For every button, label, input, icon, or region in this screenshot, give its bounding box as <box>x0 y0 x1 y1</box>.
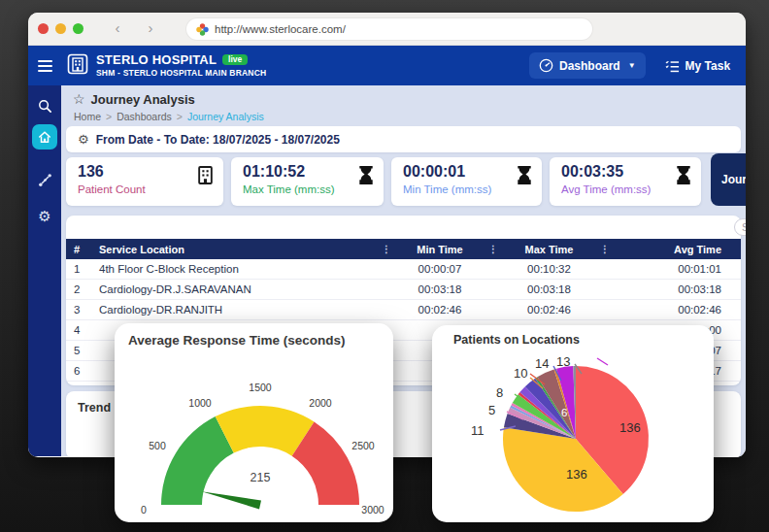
cell-avg: 00:01:01 <box>615 263 731 275</box>
stat-label: Min Time (mm:ss) <box>403 183 530 195</box>
gauge-tick: 500 <box>149 440 166 451</box>
app-header: STERLO HOSPITAL live SHM - STERLO HOSPIT… <box>28 46 746 85</box>
favicon-sterlocare-icon <box>196 23 209 36</box>
dashboard-gauge-icon <box>539 58 553 73</box>
sidebar-settings-gear-icon[interactable]: ⚙ <box>28 208 61 225</box>
cell-location: Cardiology-DR.J.SARAVANAN <box>99 283 377 295</box>
column-menu-icon[interactable]: ⋮ <box>595 244 615 254</box>
gauge-tick: 1000 <box>188 397 212 409</box>
sidebar: ⚙ <box>28 85 61 456</box>
stat-card-avg-time: 00:03:35 Avg Time (mm:ss) <box>550 157 701 206</box>
column-menu-icon[interactable]: ⋮ <box>377 244 396 254</box>
stat-label: Max Time (mm:ss) <box>243 183 372 195</box>
stat-card-min-time: 00:00:01 Min Time (mm:ss) <box>391 157 542 206</box>
sidebar-journey-flow-icon[interactable] <box>28 173 61 187</box>
pie-leader-line <box>597 358 608 365</box>
date-range-text: From Date - To Date: 18/07/2025 - 18/07/… <box>96 133 340 147</box>
nav-dashboard-label: Dashboard <box>559 59 620 73</box>
pie-slice-label: 136 <box>566 467 587 482</box>
minimize-window-icon[interactable] <box>55 23 66 34</box>
cell-avg: 00:03:18 <box>615 283 731 295</box>
col-min-time: Min Time <box>396 244 484 255</box>
gauge-tick: 2500 <box>351 440 375 451</box>
gauge-chart-card: Average Response Time (seconds) 0 500 10… <box>115 323 393 522</box>
cell-min: 00:03:18 <box>396 283 484 295</box>
cell-max: 00:02:46 <box>503 304 595 316</box>
cell-index: 6 <box>66 365 99 377</box>
col-max-time: Max Time <box>503 244 595 255</box>
gauge-value: 215 <box>251 471 271 484</box>
stat-card-patient-count: 136 Patient Count <box>66 157 223 206</box>
pie-chart-card: Patients on Locations 11 5 8 10 14 13 6 … <box>432 325 714 522</box>
table-row[interactable]: 2 Cardiology-DR.J.SARAVANAN 00:03:18 00:… <box>66 280 741 300</box>
date-filter-bar[interactable]: ⚙ From Date - To Date: 18/07/2025 - 18/0… <box>66 126 741 152</box>
hourglass-icon <box>358 166 374 188</box>
pie-callout-label: 10 <box>514 366 527 381</box>
traffic-lights <box>38 23 84 34</box>
cell-index: 5 <box>66 345 99 356</box>
table-header-row: # Service Location ⋮ Min Time ⋮ Max Time… <box>66 239 741 259</box>
hospital-building-icon <box>197 166 214 188</box>
stat-label: Avg Time (mm:ss) <box>561 183 689 195</box>
page-title-row: ☆ Journey Analysis <box>73 91 195 107</box>
hourglass-icon <box>517 166 532 188</box>
gauge-tick: 1500 <box>249 382 272 393</box>
pie-slice-label: 136 <box>619 420 641 435</box>
cell-index: 3 <box>66 304 99 316</box>
live-badge: live <box>222 54 248 65</box>
col-avg-time: Avg Time <box>615 244 731 255</box>
gauge-tick: 0 <box>141 504 147 515</box>
sidebar-search-icon[interactable] <box>28 99 61 114</box>
gauge-tick: 2000 <box>309 397 332 409</box>
pie-callout-label: 14 <box>535 356 549 371</box>
nav-my-task-label: My Task <box>685 59 730 73</box>
address-bar[interactable]: http://www.sterlocare.com/ <box>186 18 592 40</box>
chevron-down-icon: ▼ <box>628 61 636 70</box>
pie-callout-label: 13 <box>556 354 570 369</box>
column-menu-icon[interactable]: ⋮ <box>484 244 503 254</box>
filter-gear-icon: ⚙ <box>78 132 89 147</box>
col-index: # <box>66 244 99 255</box>
maximize-window-icon[interactable] <box>73 23 84 34</box>
table-search-input[interactable] <box>734 218 746 236</box>
close-window-icon[interactable] <box>38 23 49 34</box>
col-service-location: Service Location <box>99 244 377 255</box>
sidebar-home-icon[interactable] <box>32 124 57 150</box>
nav-dashboard[interactable]: Dashboard ▼ <box>529 52 646 79</box>
pie-callout-label: 8 <box>496 385 503 400</box>
favorite-star-icon[interactable]: ☆ <box>73 91 85 107</box>
breadcrumb-dashboards[interactable]: Dashboards <box>117 111 172 122</box>
hospital-logo-icon <box>67 53 88 79</box>
page-title: Journey Analysis <box>91 92 195 107</box>
breadcrumb-current: Journey Analysis <box>187 111 264 122</box>
cell-avg: 00:02:46 <box>615 304 731 316</box>
gauge-tick: 3000 <box>361 504 384 515</box>
cell-max: 00:10:32 <box>503 263 595 275</box>
cell-min: 00:02:46 <box>396 304 484 316</box>
menu-hamburger-icon[interactable] <box>28 60 61 72</box>
stat-value: 00:00:01 <box>403 163 530 181</box>
gauge-svg: 0 500 1000 1500 2000 2500 3000 215 <box>115 323 393 522</box>
breadcrumb-separator: > <box>106 111 112 122</box>
stat-label: Patient Count <box>78 183 212 195</box>
cell-location: Cardiology-DR.RANJITH <box>99 304 377 316</box>
table-row[interactable]: 3 Cardiology-DR.RANJITH 00:02:46 00:02:4… <box>66 300 741 320</box>
hospital-titles: STERLO HOSPITAL live SHM - STERLO HOSPIT… <box>96 53 266 79</box>
breadcrumb: Home > Dashboards > Journey Analysis <box>74 111 264 122</box>
table-row[interactable]: 1 4th Floor C-Block Reception 00:00:07 0… <box>66 259 741 280</box>
browser-forward-icon[interactable]: › <box>143 19 158 36</box>
cell-index: 2 <box>66 283 99 295</box>
hourglass-icon <box>676 166 691 188</box>
cell-min: 00:00:07 <box>396 263 484 275</box>
gauge-arcs <box>161 406 359 509</box>
browser-back-icon[interactable]: ‹ <box>110 19 125 36</box>
stat-card-max-time: 01:10:52 Max Time (mm:ss) <box>231 157 384 206</box>
nav-my-task[interactable]: My Task <box>665 59 730 73</box>
pie-callout-label: 5 <box>488 403 495 417</box>
journey-button[interactable]: Journey <box>711 153 746 206</box>
url-text: http://www.sterlocare.com/ <box>215 23 346 35</box>
browser-titlebar: ‹ › http://www.sterlocare.com/ <box>28 13 746 46</box>
pie-callout-label: 11 <box>471 423 485 438</box>
cell-max: 00:03:18 <box>503 283 595 295</box>
breadcrumb-home[interactable]: Home <box>74 111 101 122</box>
